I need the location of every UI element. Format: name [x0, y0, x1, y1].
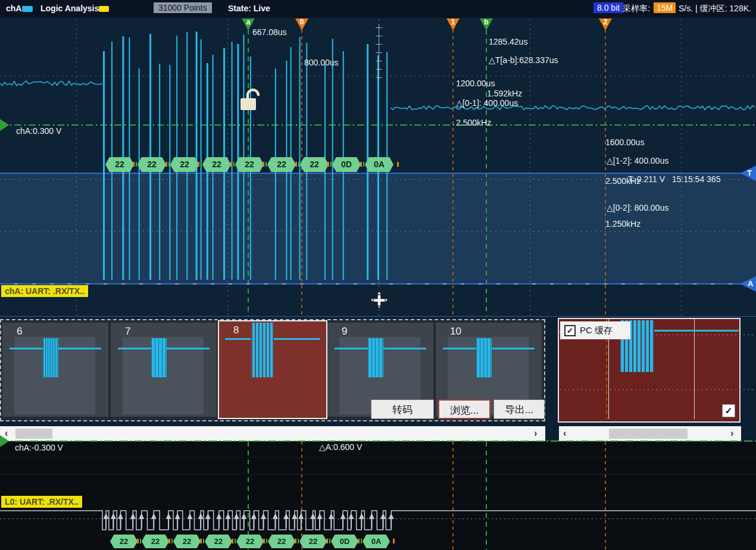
- sample-rate-value-badge[interactable]: 15M: [654, 2, 676, 13]
- byte-separator-mark: [136, 162, 137, 167]
- points-readout[interactable]: 31000 Points: [154, 2, 212, 13]
- thumbnail-scrollbar[interactable]: ‹ ›: [0, 426, 545, 441]
- record-thumbnail-8-selected[interactable]: 8: [218, 320, 327, 419]
- threshold-handle-label: A: [748, 279, 753, 288]
- byte-separator-mark: [198, 162, 199, 167]
- decoded-byte: 22: [268, 535, 295, 548]
- channel-color-swatch-icon: [22, 6, 33, 12]
- channel-a-delta-readout: △A:0.600 V: [319, 442, 362, 452]
- row-separator: [0, 474, 756, 474]
- mode-label: Logic Analysis: [40, 4, 99, 13]
- marker-b-label: b: [480, 18, 493, 26]
- thumbnail-waveform-burst: [368, 338, 383, 377]
- channel-a-threshold-line: [0, 283, 756, 285]
- scroll-left-arrow[interactable]: ‹: [563, 427, 566, 439]
- decoded-byte: 0A: [363, 535, 390, 548]
- measurement-1-time: 1200.00us: [456, 79, 495, 88]
- unlock-icon[interactable]: [238, 88, 263, 112]
- row-separator: [0, 457, 756, 458]
- byte-separator-mark: [232, 539, 233, 543]
- channel-label: chA: [6, 4, 21, 13]
- marker-a-label: a: [242, 18, 255, 26]
- byte-separator-mark: [393, 539, 395, 543]
- measurement-a-time: 667.08us: [252, 27, 287, 37]
- byte-separator-mark: [230, 162, 232, 167]
- decoded-byte: 0D: [332, 157, 361, 172]
- channel-a-low-level-line: [0, 440, 756, 442]
- record-thumbnail-6[interactable]: 6: [2, 323, 108, 417]
- lower-plot-background: [0, 442, 756, 550]
- trigger-level-line: [0, 173, 756, 174]
- byte-separator-mark: [201, 162, 202, 167]
- byte-separator-mark: [265, 162, 267, 167]
- trigger-readout: T: 0.211 V 15:15:54 365: [628, 174, 720, 184]
- checkbox-icon[interactable]: ✓: [564, 325, 576, 336]
- move-cursor-icon: [369, 290, 389, 310]
- thumbnail-number: 6: [17, 326, 22, 338]
- byte-separator-mark: [133, 162, 135, 167]
- browse-button[interactable]: 浏览...: [438, 399, 491, 419]
- decoded-byte: 22: [105, 157, 134, 172]
- channel-a-low-readout: chA:-0.300 V: [15, 443, 63, 452]
- channel-a-level-handle[interactable]: [0, 119, 9, 131]
- byte-separator-mark: [140, 539, 141, 543]
- cache-grid-line: [560, 389, 754, 390]
- decoded-byte: 22: [236, 535, 264, 548]
- byte-separator-mark: [329, 539, 330, 543]
- decoded-byte: 22: [110, 535, 138, 548]
- plot-bottom-separator: [0, 316, 756, 317]
- measurement-0-time: 800.00us: [304, 58, 339, 67]
- record-thumbnail-7[interactable]: 7: [111, 323, 217, 417]
- thumbnail-number: 7: [125, 326, 130, 338]
- scrollbar-thumb[interactable]: [15, 429, 52, 439]
- transcode-button[interactable]: 转码: [371, 399, 434, 419]
- scroll-right-arrow[interactable]: ›: [730, 427, 733, 439]
- sample-rate-label: 采样率:: [623, 4, 650, 14]
- thumbnail-number: 9: [342, 326, 347, 338]
- decoded-byte: 22: [173, 535, 201, 548]
- logic-reference-line: [0, 518, 756, 519]
- byte-separator-mark: [327, 162, 329, 167]
- marker-1-label: 1: [446, 18, 460, 26]
- bit-depth-badge[interactable]: 8.0 bit: [593, 2, 623, 13]
- decoded-byte: 0D: [331, 535, 358, 548]
- marker-b-line-segment: [486, 442, 487, 550]
- channel-a-level-line: [0, 124, 756, 126]
- pc-cache-panel: ✓ PC 缓存 ✓: [558, 318, 741, 423]
- measurement-2-time: 1600.00us: [605, 138, 644, 147]
- byte-separator-mark: [200, 539, 202, 543]
- buffer-readout: S/s. | 缓冲区: 128K.: [679, 4, 751, 14]
- byte-separator-mark: [233, 162, 235, 167]
- byte-separator-mark: [168, 162, 170, 167]
- pc-cache-toggle[interactable]: ✓ PC 缓存: [560, 321, 630, 339]
- byte-separator-mark: [165, 162, 167, 167]
- thumbnail-number: 10: [450, 326, 461, 338]
- export-button[interactable]: 导出...: [493, 399, 545, 419]
- byte-separator-mark: [168, 539, 170, 543]
- byte-separator-mark: [358, 539, 360, 543]
- trigger-handle-label: T: [747, 168, 752, 177]
- measurement-delta-02: △[0-2]: 800.00us: [607, 203, 668, 212]
- byte-separator-mark: [263, 162, 264, 167]
- logic-analyzer-app: chA Logic Analysis 31000 Points State: L…: [0, 0, 756, 550]
- scrollbar-thumb[interactable]: [609, 429, 688, 439]
- cache-corner-checkbox[interactable]: ✓: [722, 404, 735, 417]
- channel-a-low-handle[interactable]: [0, 435, 9, 447]
- marker-a-line-segment: [248, 442, 249, 550]
- state-label: State: Live: [228, 4, 270, 13]
- thumbnail-waveform-burst: [251, 323, 274, 377]
- marker-1-line-segment: [452, 442, 454, 550]
- logic-decoder-label[interactable]: L0: UART: .RX/TX..: [1, 496, 82, 508]
- trigger-ruler-ticks: [376, 27, 382, 78]
- grid-line: [681, 19, 682, 315]
- byte-separator-mark: [171, 539, 173, 543]
- marker-0-label: 0: [295, 18, 308, 26]
- cache-waveform-line: [654, 330, 739, 332]
- measurement-freq-01: 1.592kHz: [487, 89, 522, 98]
- scroll-right-arrow[interactable]: ›: [534, 427, 537, 439]
- thumbnail-waveform-burst: [43, 338, 58, 377]
- decoded-byte: 22: [202, 157, 231, 172]
- grid-line: [0, 231, 756, 232]
- pc-cache-scrollbar[interactable]: ‹ ›: [559, 426, 741, 441]
- channel-a-decoder-label[interactable]: chA: UART: .RX/TX..: [1, 285, 88, 297]
